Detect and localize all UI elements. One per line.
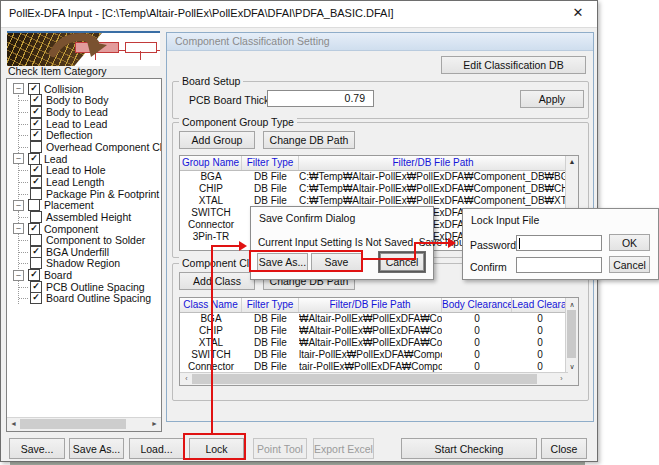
close-button[interactable]: Close xyxy=(541,438,587,459)
scroll-down-icon[interactable]: ∨ xyxy=(566,361,578,372)
tree-items: –✓Collision✓Body to Body✓Body to Lead✓Le… xyxy=(7,79,161,304)
checkbox-icon[interactable] xyxy=(30,211,42,223)
add-class-button[interactable]: Add Class xyxy=(179,272,255,290)
tree-collapse-icon[interactable]: – xyxy=(13,83,24,94)
ok-button[interactable]: OK xyxy=(609,234,650,251)
checkbox-icon[interactable] xyxy=(30,141,42,153)
checkbox-icon[interactable]: ✓ xyxy=(30,292,42,304)
class-table-hscrollbar[interactable]: ‹ › xyxy=(180,372,568,385)
cancel-button[interactable]: Cancel xyxy=(609,256,650,273)
checkbox-icon[interactable]: ✓ xyxy=(30,281,42,293)
tree-item-label: Assembled Height xyxy=(46,211,131,223)
edit-classification-db-button[interactable]: Edit Classification DB xyxy=(441,56,586,74)
tree-item[interactable]: ✓BGA Underfill xyxy=(19,246,161,258)
checkbox-icon[interactable]: ✓ xyxy=(28,223,40,235)
checkbox-icon[interactable] xyxy=(30,188,42,200)
check-item-tree[interactable]: –✓Collision✓Body to Body✓Body to Lead✓Le… xyxy=(6,78,162,432)
tree-item-label: Lead xyxy=(44,153,67,165)
checkbox-icon[interactable]: ✓ xyxy=(28,153,40,165)
table-header: Class NameFilter TypeFilter/DB File Path… xyxy=(180,298,578,313)
cancel-button[interactable]: Cancel xyxy=(379,252,425,272)
cell: 3Pin-TR xyxy=(180,231,242,243)
checkbox-icon[interactable]: ✓ xyxy=(28,83,40,95)
column-header[interactable]: Group Name xyxy=(180,156,242,170)
tree-item[interactable]: ✓Body to Lead xyxy=(19,106,161,118)
checkbox-icon[interactable]: ✓ xyxy=(28,269,40,281)
column-header[interactable]: Body Clearance xyxy=(442,298,512,312)
table-row[interactable]: CHIPDB File₩Altair-PollEx₩PollExDFA₩Comp… xyxy=(180,325,578,337)
tree-item-label: Body to Body xyxy=(46,94,108,106)
tree-item[interactable]: –✓Lead xyxy=(7,153,161,165)
tree-item[interactable]: ✓Body to Body xyxy=(19,95,161,107)
start-checking-button[interactable]: Start Checking xyxy=(401,438,537,459)
checkbox-icon[interactable] xyxy=(30,234,42,246)
table-row[interactable]: BGADB FileC:₩Temp₩Altair-PollEx₩PollExDF… xyxy=(180,171,578,183)
table-row[interactable]: XTALDB File₩Altair-PollEx₩PollExDFA₩Comp… xyxy=(180,337,578,349)
scroll-right-icon[interactable]: ► xyxy=(148,418,161,430)
table-row[interactable]: BGADB File₩Altair-PollEx₩PollExDFA₩Compo… xyxy=(180,313,578,325)
tree-item[interactable]: ✓Lead Length xyxy=(19,176,161,188)
tree-item[interactable]: Package Pin & Footprint Pad xyxy=(19,188,161,200)
checkbox-icon[interactable] xyxy=(28,199,40,211)
column-header[interactable]: Filter Type xyxy=(242,298,299,312)
add-group-button[interactable]: Add Group xyxy=(179,131,255,149)
load-button[interactable]: Load... xyxy=(129,438,184,459)
cell: DB File xyxy=(242,349,299,361)
apply-button[interactable]: Apply xyxy=(520,90,584,108)
checkbox-icon[interactable]: ✓ xyxy=(30,164,42,176)
tree-collapse-icon[interactable]: – xyxy=(13,200,24,211)
cell: C:₩Temp₩Altair-PollEx₩PollExDFA₩Componen… xyxy=(299,171,568,183)
tree-item[interactable]: Overhead Component Clearance xyxy=(19,141,161,153)
tree-item[interactable]: ✓Lead to Hole xyxy=(19,164,161,176)
save-button[interactable]: Save... xyxy=(9,438,65,459)
tree-item-label: Lead to Hole xyxy=(46,164,106,176)
class-type-table[interactable]: Class NameFilter TypeFilter/DB File Path… xyxy=(179,297,579,386)
column-header[interactable]: Filter/DB File Path xyxy=(299,156,568,170)
checkbox-icon[interactable]: ✓ xyxy=(30,118,42,130)
scroll-thumb[interactable] xyxy=(567,310,576,358)
password-input[interactable] xyxy=(516,235,602,251)
change-db-path-button-group[interactable]: Change DB Path xyxy=(263,131,355,149)
save-as-button[interactable]: Save As... xyxy=(69,438,124,459)
tree-item[interactable]: –✓Collision xyxy=(7,83,161,95)
confirm-input[interactable] xyxy=(516,257,602,273)
cell: DB File xyxy=(242,313,299,325)
point-tool-button: Point Tool xyxy=(253,438,307,459)
scroll-left-icon[interactable]: ◄ xyxy=(7,418,20,430)
checkbox-icon[interactable]: ✓ xyxy=(30,176,42,188)
tree-item[interactable]: ✓Board Outline Spacing xyxy=(19,293,161,305)
scroll-thumb[interactable] xyxy=(20,419,126,429)
tree-collapse-icon[interactable]: – xyxy=(13,223,24,234)
pcb-thickness-input[interactable]: 0.79 xyxy=(267,90,374,107)
checkbox-icon[interactable]: ✓ xyxy=(30,129,42,141)
column-header[interactable]: Filter/DB File Path xyxy=(299,298,442,312)
table-row[interactable]: CHIPDB FileC:₩Temp₩Altair-PollEx₩PollExD… xyxy=(180,183,578,195)
tree-item[interactable]: –✓Component xyxy=(7,223,161,235)
checkbox-icon[interactable]: ✓ xyxy=(30,246,42,258)
tree-collapse-icon[interactable]: – xyxy=(13,153,24,164)
tree-item[interactable]: Component to Solder xyxy=(19,234,161,246)
tree-item[interactable]: –✓Board xyxy=(7,269,161,281)
tree-collapse-icon[interactable]: – xyxy=(13,270,24,281)
column-header[interactable]: Filter Type xyxy=(242,156,299,170)
tree-item[interactable]: ✓Deflection xyxy=(19,130,161,142)
close-icon[interactable]: ✕ xyxy=(569,5,587,20)
tree-item-label: Board xyxy=(44,269,72,281)
scroll-thumb[interactable] xyxy=(192,374,537,384)
title-bar[interactable]: PollEx-DFA Input - [C:\Temp\Altair-PollE… xyxy=(1,1,597,28)
checkbox-icon[interactable] xyxy=(30,257,42,269)
scroll-up-icon[interactable]: ∧ xyxy=(566,299,578,310)
column-header[interactable]: Lead Clearance xyxy=(512,298,568,312)
tree-item[interactable]: Shadow Region xyxy=(19,258,161,270)
tree-item[interactable]: ✓PCB Outline Spacing xyxy=(19,281,161,293)
tree-item[interactable]: –Placement xyxy=(7,199,161,211)
tree-horizontal-scrollbar[interactable]: ◄ ► xyxy=(7,417,161,431)
scroll-up-icon[interactable]: ▲ xyxy=(566,156,578,167)
panel-title: Component Classification Setting xyxy=(175,35,330,47)
table-row[interactable]: SWITCHDB Fileltair-PollEx₩PollExDFA₩Comp… xyxy=(180,349,578,361)
tree-item[interactable]: ✓Lead to Lead xyxy=(19,118,161,130)
tree-item[interactable]: Assembled Height xyxy=(19,211,161,223)
checkbox-icon[interactable]: ✓ xyxy=(30,106,42,118)
scroll-right-icon[interactable]: › xyxy=(555,373,568,385)
checkbox-icon[interactable]: ✓ xyxy=(30,94,42,106)
